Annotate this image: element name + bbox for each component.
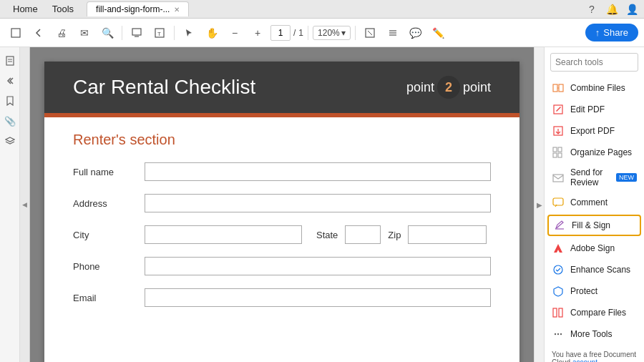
- zoom-select[interactable]: 120% ▾: [313, 26, 351, 40]
- scroll-button[interactable]: [383, 23, 403, 43]
- text-tool[interactable]: T: [150, 23, 170, 43]
- pdf-header: Car Rental Checklist point 2 point: [44, 62, 519, 113]
- tool-label: Enhance Scans: [570, 265, 630, 275]
- footer-link[interactable]: account: [572, 358, 597, 362]
- email-button[interactable]: ✉: [74, 23, 94, 43]
- tool-compare-files[interactable]: Compare Files: [545, 302, 644, 323]
- tool-label: Comment: [570, 197, 608, 207]
- tool-edit-pdf[interactable]: Edit PDF: [545, 99, 644, 120]
- search-button[interactable]: 🔍: [97, 23, 117, 43]
- svg-point-28: [557, 333, 559, 335]
- email-label: Email: [73, 293, 137, 303]
- left-collapse-arrow[interactable]: ◀: [20, 47, 30, 362]
- tool-protect[interactable]: Protect: [545, 280, 644, 302]
- pdf-page: Car Rental Checklist point 2 point Rente…: [44, 62, 519, 362]
- tool-adobe-sign[interactable]: Adobe Sign: [545, 238, 644, 259]
- email-input[interactable]: [145, 288, 491, 307]
- fullname-input[interactable]: [145, 162, 491, 181]
- left-collapse-chevron: ◀: [22, 201, 27, 208]
- state-label: State: [316, 230, 338, 240]
- state-input[interactable]: [345, 225, 381, 244]
- toolbar-sep-2: [174, 26, 175, 40]
- phone-row: Phone: [73, 257, 491, 275]
- hand-tool[interactable]: ✋: [202, 23, 222, 43]
- phone-label: Phone: [73, 261, 137, 272]
- address-row: Address: [73, 194, 491, 212]
- send-for-review-icon: [552, 171, 565, 184]
- page-icon[interactable]: [2, 53, 18, 69]
- share-icon: ↑: [595, 27, 600, 38]
- paperclip-icon[interactable]: 📎: [2, 113, 18, 129]
- fit-page-button[interactable]: [360, 23, 380, 43]
- menu-tools[interactable]: Tools: [45, 1, 81, 16]
- tab-close-button[interactable]: ✕: [174, 6, 180, 14]
- bell-icon[interactable]: 🔔: [605, 3, 618, 16]
- back-icon[interactable]: [2, 73, 18, 89]
- menu-home[interactable]: Home: [6, 1, 45, 16]
- logo-text-2: point: [463, 80, 491, 95]
- svg-rect-20: [558, 153, 562, 157]
- right-sidebar: Combine Files Edit PDF Export PDF Organi…: [544, 47, 644, 362]
- share-button[interactable]: ↑ Share: [585, 24, 638, 41]
- tool-combine-files[interactable]: Combine Files: [545, 77, 644, 99]
- tool-label: Edit PDF: [570, 104, 605, 114]
- pdf-viewer[interactable]: Car Rental Checklist point 2 point Rente…: [30, 47, 534, 362]
- export-pdf-icon: [552, 124, 565, 137]
- tool-export-pdf[interactable]: Export PDF: [545, 120, 644, 142]
- zoom-in-button[interactable]: +: [248, 23, 268, 43]
- tool-comment[interactable]: Comment: [545, 192, 644, 213]
- zoom-chevron: ▾: [341, 28, 346, 38]
- help-icon[interactable]: ?: [585, 3, 598, 16]
- page-number-input[interactable]: [270, 25, 291, 41]
- zip-input[interactable]: [408, 225, 487, 244]
- new-badge: NEW: [616, 173, 637, 182]
- active-tab[interactable]: fill-and-sign-form-... ✕: [87, 1, 189, 16]
- zoom-level: 120%: [318, 28, 340, 38]
- pdf-title: Car Rental Checklist: [73, 76, 255, 99]
- page-total: 1: [298, 28, 303, 38]
- print-button[interactable]: 🖨: [52, 23, 72, 43]
- new-button[interactable]: [6, 23, 26, 43]
- tool-more-tools[interactable]: More Tools: [545, 323, 644, 345]
- pen-tool[interactable]: ✏️: [429, 23, 449, 43]
- tool-label: Fill & Sign: [572, 220, 610, 230]
- comment-tool[interactable]: 💬: [406, 23, 426, 43]
- phone-input[interactable]: [145, 257, 491, 275]
- cursor-tool[interactable]: [179, 23, 199, 43]
- city-row: City State Zip: [73, 225, 491, 244]
- tool-fill-sign[interactable]: Fill & Sign: [547, 215, 641, 236]
- email-row: Email: [73, 288, 491, 307]
- back-button[interactable]: [29, 23, 49, 43]
- bookmark-icon[interactable]: [2, 93, 18, 109]
- fullname-row: Full name: [73, 162, 491, 181]
- tool-label: Protect: [570, 286, 597, 296]
- user-icon[interactable]: 👤: [625, 3, 638, 16]
- tab-bar: fill-and-sign-form-... ✕: [87, 1, 189, 16]
- protect-icon: [552, 285, 565, 298]
- svg-rect-18: [558, 147, 562, 152]
- tool-organize-pages[interactable]: Organize Pages: [545, 142, 644, 163]
- share-label: Share: [603, 27, 628, 38]
- tool-send-for-review[interactable]: Send for Review NEW: [545, 163, 644, 192]
- search-tools-container: [550, 53, 638, 72]
- layers-icon[interactable]: [2, 133, 18, 149]
- svg-rect-14: [559, 84, 563, 92]
- pdf-body: Renter's section Full name Address City …: [44, 117, 519, 334]
- svg-rect-25: [553, 308, 557, 317]
- combine-files-icon: [552, 82, 565, 94]
- tool-enhance-scans[interactable]: Enhance Scans: [545, 259, 644, 280]
- pdf-logo: point 2 point: [406, 76, 491, 99]
- toolbar-sep-4: [355, 26, 356, 40]
- search-tools-input[interactable]: [550, 53, 638, 72]
- address-input[interactable]: [145, 194, 491, 212]
- city-input[interactable]: [145, 225, 302, 244]
- right-collapse-arrow[interactable]: ▶: [534, 47, 544, 362]
- svg-point-29: [560, 333, 562, 335]
- zoom-out-button[interactable]: −: [225, 23, 245, 43]
- svg-rect-26: [559, 308, 562, 317]
- tool-label: Organize Pages: [570, 147, 632, 157]
- svg-line-6: [368, 31, 372, 35]
- select-tool[interactable]: [127, 23, 147, 43]
- page-nav: / 1: [270, 25, 303, 41]
- section-title: Renter's section: [73, 132, 491, 148]
